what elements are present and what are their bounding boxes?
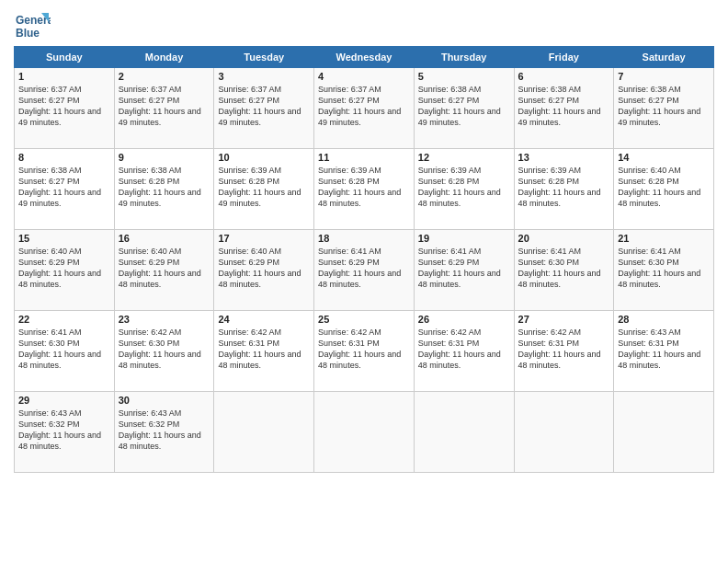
day-info: Sunrise: 6:38 AMSunset: 6:27 PMDaylight:… [18,165,110,210]
day-info: Sunrise: 6:43 AMSunset: 6:31 PMDaylight:… [618,327,710,372]
day-number: 5 [418,71,510,82]
day-info: Sunrise: 6:37 AMSunset: 6:27 PMDaylight:… [218,84,310,129]
calendar-cell: 27Sunrise: 6:42 AMSunset: 6:31 PMDayligh… [514,311,614,392]
calendar-cell: 7Sunrise: 6:38 AMSunset: 6:27 PMDaylight… [614,68,714,149]
calendar-cell: 8Sunrise: 6:38 AMSunset: 6:27 PMDaylight… [15,149,115,230]
day-number: 1 [18,71,110,82]
calendar-cell: 10Sunrise: 6:39 AMSunset: 6:28 PMDayligh… [214,149,314,230]
day-info: Sunrise: 6:39 AMSunset: 6:28 PMDaylight:… [418,165,510,210]
day-number: 29 [18,395,110,406]
day-info: Sunrise: 6:38 AMSunset: 6:27 PMDaylight:… [518,84,610,129]
header: GeneralBlue [14,9,714,42]
day-number: 14 [618,152,710,163]
calendar-week-row: 29Sunrise: 6:43 AMSunset: 6:32 PMDayligh… [15,392,714,473]
calendar-week-row: 1Sunrise: 6:37 AMSunset: 6:27 PMDaylight… [15,68,714,149]
calendar-cell: 3Sunrise: 6:37 AMSunset: 6:27 PMDaylight… [214,68,314,149]
day-number: 2 [119,71,210,82]
page: GeneralBlue SundayMondayTuesdayWednesday… [0,0,728,563]
calendar-cell: 19Sunrise: 6:41 AMSunset: 6:29 PMDayligh… [414,230,514,311]
day-header-sunday: Sunday [15,47,115,68]
day-header-friday: Friday [514,47,614,68]
day-info: Sunrise: 6:37 AMSunset: 6:27 PMDaylight:… [318,84,410,129]
calendar-cell: 30Sunrise: 6:43 AMSunset: 6:32 PMDayligh… [114,392,214,473]
calendar-cell: 17Sunrise: 6:40 AMSunset: 6:29 PMDayligh… [214,230,314,311]
calendar-cell [314,392,415,473]
day-info: Sunrise: 6:39 AMSunset: 6:28 PMDaylight:… [318,165,410,210]
day-header-monday: Monday [114,47,214,68]
day-header-tuesday: Tuesday [214,47,314,68]
day-number: 4 [318,71,410,82]
day-info: Sunrise: 6:38 AMSunset: 6:28 PMDaylight:… [119,165,210,210]
day-number: 15 [18,233,110,244]
calendar-cell: 21Sunrise: 6:41 AMSunset: 6:30 PMDayligh… [614,230,714,311]
day-number: 30 [119,395,210,406]
svg-text:Blue: Blue [16,27,40,40]
day-number: 28 [618,314,710,325]
calendar-cell [514,392,614,473]
calendar-cell: 22Sunrise: 6:41 AMSunset: 6:30 PMDayligh… [15,311,115,392]
calendar-cell: 15Sunrise: 6:40 AMSunset: 6:29 PMDayligh… [15,230,115,311]
logo: GeneralBlue [14,9,51,42]
day-info: Sunrise: 6:40 AMSunset: 6:29 PMDaylight:… [218,246,310,291]
day-info: Sunrise: 6:41 AMSunset: 6:30 PMDaylight:… [618,246,710,291]
calendar-header-row: SundayMondayTuesdayWednesdayThursdayFrid… [15,47,714,68]
calendar-cell: 26Sunrise: 6:42 AMSunset: 6:31 PMDayligh… [414,311,514,392]
calendar-cell: 18Sunrise: 6:41 AMSunset: 6:29 PMDayligh… [314,230,415,311]
calendar-cell: 6Sunrise: 6:38 AMSunset: 6:27 PMDaylight… [514,68,614,149]
day-info: Sunrise: 6:40 AMSunset: 6:29 PMDaylight:… [18,246,110,291]
calendar-cell: 20Sunrise: 6:41 AMSunset: 6:30 PMDayligh… [514,230,614,311]
logo-svg: GeneralBlue [14,9,51,42]
calendar-cell: 4Sunrise: 6:37 AMSunset: 6:27 PMDaylight… [314,68,415,149]
calendar-cell: 29Sunrise: 6:43 AMSunset: 6:32 PMDayligh… [15,392,115,473]
day-info: Sunrise: 6:43 AMSunset: 6:32 PMDaylight:… [18,408,110,453]
day-info: Sunrise: 6:42 AMSunset: 6:31 PMDaylight:… [518,327,610,372]
day-number: 12 [418,152,510,163]
day-number: 19 [418,233,510,244]
day-header-saturday: Saturday [614,47,714,68]
day-header-wednesday: Wednesday [314,47,415,68]
day-info: Sunrise: 6:41 AMSunset: 6:29 PMDaylight:… [318,246,410,291]
day-number: 13 [518,152,610,163]
calendar-week-row: 15Sunrise: 6:40 AMSunset: 6:29 PMDayligh… [15,230,714,311]
day-info: Sunrise: 6:43 AMSunset: 6:32 PMDaylight:… [119,408,210,453]
calendar-cell [214,392,314,473]
day-number: 21 [618,233,710,244]
day-info: Sunrise: 6:42 AMSunset: 6:30 PMDaylight:… [119,327,210,372]
day-info: Sunrise: 6:38 AMSunset: 6:27 PMDaylight:… [618,84,710,129]
calendar-cell: 2Sunrise: 6:37 AMSunset: 6:27 PMDaylight… [114,68,214,149]
day-number: 25 [318,314,410,325]
calendar-week-row: 22Sunrise: 6:41 AMSunset: 6:30 PMDayligh… [15,311,714,392]
day-info: Sunrise: 6:40 AMSunset: 6:29 PMDaylight:… [119,246,210,291]
day-number: 10 [218,152,310,163]
calendar-cell: 12Sunrise: 6:39 AMSunset: 6:28 PMDayligh… [414,149,514,230]
day-number: 18 [318,233,410,244]
calendar-week-row: 8Sunrise: 6:38 AMSunset: 6:27 PMDaylight… [15,149,714,230]
day-number: 22 [18,314,110,325]
calendar-cell [614,392,714,473]
day-number: 17 [218,233,310,244]
day-info: Sunrise: 6:42 AMSunset: 6:31 PMDaylight:… [418,327,510,372]
day-header-thursday: Thursday [414,47,514,68]
calendar-cell: 5Sunrise: 6:38 AMSunset: 6:27 PMDaylight… [414,68,514,149]
calendar-cell: 14Sunrise: 6:40 AMSunset: 6:28 PMDayligh… [614,149,714,230]
calendar-cell: 28Sunrise: 6:43 AMSunset: 6:31 PMDayligh… [614,311,714,392]
day-number: 26 [418,314,510,325]
day-number: 8 [18,152,110,163]
calendar-cell: 16Sunrise: 6:40 AMSunset: 6:29 PMDayligh… [114,230,214,311]
day-number: 27 [518,314,610,325]
calendar-cell: 13Sunrise: 6:39 AMSunset: 6:28 PMDayligh… [514,149,614,230]
day-info: Sunrise: 6:39 AMSunset: 6:28 PMDaylight:… [218,165,310,210]
day-info: Sunrise: 6:41 AMSunset: 6:30 PMDaylight:… [518,246,610,291]
calendar-cell: 9Sunrise: 6:38 AMSunset: 6:28 PMDaylight… [114,149,214,230]
calendar: SundayMondayTuesdayWednesdayThursdayFrid… [14,46,714,473]
day-number: 20 [518,233,610,244]
calendar-cell: 23Sunrise: 6:42 AMSunset: 6:30 PMDayligh… [114,311,214,392]
day-number: 3 [218,71,310,82]
day-number: 16 [119,233,210,244]
day-number: 6 [518,71,610,82]
day-info: Sunrise: 6:42 AMSunset: 6:31 PMDaylight:… [218,327,310,372]
day-info: Sunrise: 6:40 AMSunset: 6:28 PMDaylight:… [618,165,710,210]
day-info: Sunrise: 6:39 AMSunset: 6:28 PMDaylight:… [518,165,610,210]
day-number: 23 [119,314,210,325]
day-info: Sunrise: 6:37 AMSunset: 6:27 PMDaylight:… [18,84,110,129]
